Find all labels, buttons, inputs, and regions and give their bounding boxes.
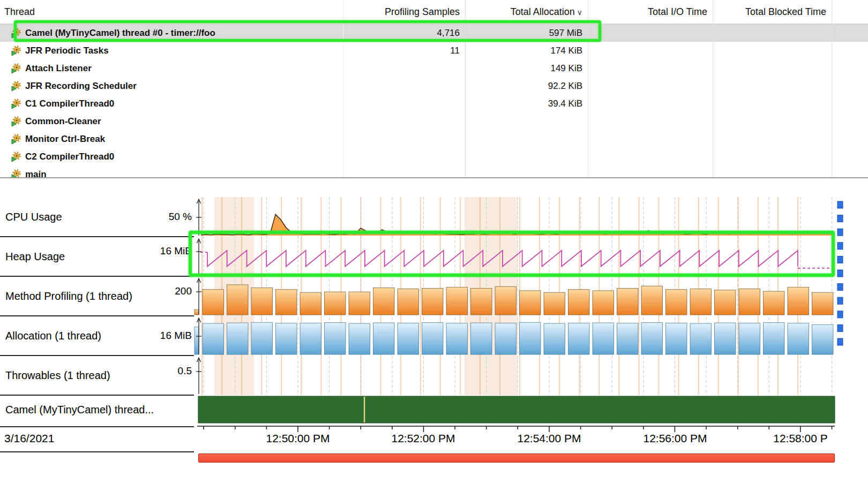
thread-name: Common-Cleaner: [25, 112, 101, 130]
cell-allocation: [465, 148, 588, 165]
time-tick-label: 12:56:00 PM: [643, 432, 707, 445]
tick-label-allocation: 16 MiB: [128, 330, 192, 343]
cell-io-time: [588, 59, 713, 77]
thread-name: main: [25, 165, 47, 178]
cell-samples: [343, 165, 465, 178]
lane-divider: [0, 395, 194, 396]
timeline-scrollbar[interactable]: [198, 453, 835, 463]
cell-allocation: [465, 165, 588, 178]
cell-allocation: [465, 112, 588, 130]
time-axis: [197, 426, 835, 432]
time-tick-label: 12:50:00 PM: [266, 432, 330, 445]
table-row[interactable]: main: [0, 165, 868, 178]
cell-allocation: 149 KiB: [465, 59, 588, 77]
cell-samples: [343, 95, 465, 112]
thread-icon: [11, 152, 21, 162]
thread-icon: [11, 99, 21, 109]
thread-name: C1 CompilerThread0: [25, 95, 114, 112]
thread-icon: [11, 134, 21, 145]
lane-label-thread-activity: Camel (MyTinyCamel) thread...: [5, 396, 190, 423]
thread-name: Attach Listener: [25, 59, 92, 77]
table-header: Thread Profiling Samples Total Allocatio…: [0, 0, 868, 24]
thread-icon: [11, 116, 21, 127]
time-tick-label: 12:54:00 PM: [517, 432, 581, 445]
cell-io-time: [588, 95, 713, 112]
thread-name: Camel (MyTinyCamel) thread #0 - timer://…: [25, 24, 215, 42]
cell-allocation: 597 MiB: [465, 24, 588, 42]
cell-io-time: [588, 148, 713, 165]
lane-divider: [0, 276, 194, 277]
column-header-total-io-time[interactable]: Total I/O Time: [588, 0, 713, 24]
time-tick-label: 12:58:00 P: [773, 432, 828, 445]
column-header-total-allocation[interactable]: Total Allocation∨: [465, 0, 588, 24]
cell-samples: [343, 112, 465, 130]
tick-label-method: 200: [128, 285, 192, 298]
cell-allocation: [465, 130, 588, 148]
cell-blocked-time: [713, 24, 832, 42]
table-row[interactable]: JFR Periodic Tasks 11 174 KiB: [0, 42, 868, 59]
table-row[interactable]: C2 CompilerThread0: [0, 148, 868, 165]
cell-io-time: [588, 165, 713, 178]
cell-samples: [343, 148, 465, 165]
cell-samples: [343, 130, 465, 148]
thread-name: Monitor Ctrl-Break: [25, 130, 105, 148]
thread-icon: [11, 28, 21, 39]
sort-desc-icon: ∨: [577, 8, 582, 17]
column-divider: [588, 0, 588, 177]
column-divider: [465, 0, 466, 177]
cell-io-time: [588, 77, 713, 95]
column-divider: [713, 0, 713, 177]
cell-io-time: [588, 112, 713, 130]
cell-allocation: 39.4 KiB: [465, 95, 588, 112]
column-divider: [343, 0, 343, 177]
column-header-profiling-samples[interactable]: Profiling Samples: [343, 0, 465, 24]
thread-name: JFR Recording Scheduler: [25, 77, 137, 95]
cell-samples: 11: [343, 42, 465, 59]
lane-divider: [0, 426, 194, 427]
cell-io-time: [588, 42, 713, 59]
time-tick-label: 12:52:00 PM: [391, 432, 455, 445]
table-row[interactable]: Monitor Ctrl-Break: [0, 130, 868, 148]
thread-icon: [11, 46, 21, 56]
cell-samples: [343, 59, 465, 77]
cell-blocked-time: [713, 148, 832, 165]
column-header-thread[interactable]: Thread: [0, 0, 343, 24]
lane-y-axes: [196, 199, 201, 394]
column-divider: [832, 0, 832, 177]
cell-io-time: [588, 130, 713, 148]
lane-divider: [0, 355, 194, 356]
cell-blocked-time: [713, 77, 832, 95]
column-header-label: Total Allocation: [511, 6, 575, 17]
table-row[interactable]: Camel (MyTinyCamel) thread #0 - timer://…: [0, 24, 868, 42]
timeline-panel: CPU Usage Heap Usage Method Profiling (1…: [0, 193, 868, 484]
cell-allocation: 174 KiB: [465, 42, 588, 59]
column-header-spacer: [832, 0, 868, 24]
cell-blocked-time: [713, 95, 832, 112]
lane-divider: [0, 315, 194, 316]
tick-label-throwables: 0.5: [128, 365, 192, 378]
cell-blocked-time: [713, 59, 832, 77]
column-header-total-blocked-time[interactable]: Total Blocked Time: [713, 0, 832, 24]
tick-label-heap: 16 MiB: [128, 245, 192, 258]
table-row[interactable]: Attach Listener 149 KiB: [0, 59, 868, 77]
right-edge-buttons: [837, 201, 843, 345]
cell-samples: 4,716: [343, 24, 465, 42]
thread-icon: [11, 63, 21, 74]
table-row[interactable]: Common-Cleaner: [0, 112, 868, 130]
thread-icon: [11, 169, 21, 179]
cell-blocked-time: [713, 165, 832, 178]
thread-table: Thread Profiling Samples Total Allocatio…: [0, 0, 868, 178]
thread-name: JFR Periodic Tasks: [25, 42, 109, 59]
lane-divider: [0, 236, 194, 237]
cell-samples: [343, 77, 465, 95]
thread-name: C2 CompilerThread0: [25, 148, 114, 165]
cell-blocked-time: [713, 42, 832, 59]
cell-blocked-time: [713, 130, 832, 148]
cell-allocation: 92.2 KiB: [465, 77, 588, 95]
table-row[interactable]: C1 CompilerThread0 39.4 KiB: [0, 95, 868, 112]
date-label: 3/16/2021: [4, 432, 54, 445]
tick-label-cpu: 50 %: [128, 211, 192, 224]
cell-blocked-time: [713, 112, 832, 130]
thread-activity-bar: [198, 396, 835, 423]
table-row[interactable]: JFR Recording Scheduler 92.2 KiB: [0, 77, 868, 95]
